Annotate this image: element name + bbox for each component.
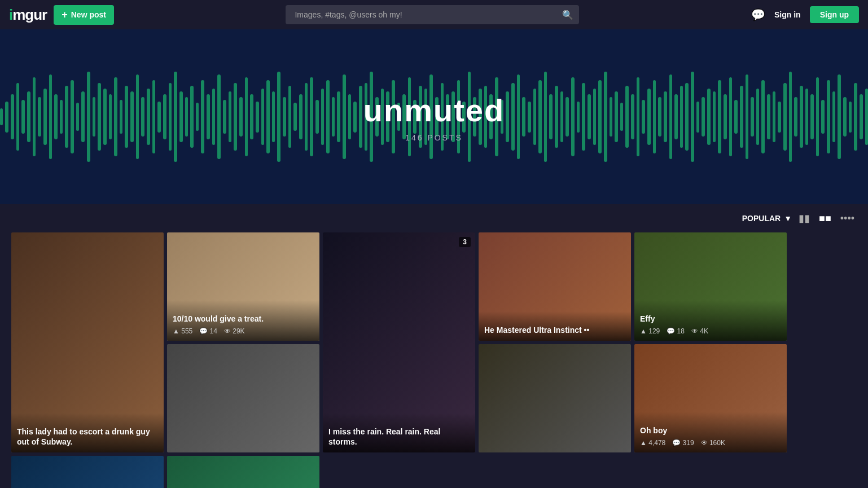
list-item[interactable]: He Mastered Ultra Instinct •• xyxy=(479,232,631,341)
new-post-button[interactable]: + New post xyxy=(54,5,114,25)
sign-in-button[interactable]: Sign in xyxy=(774,10,801,19)
logo[interactable]: imgur xyxy=(9,6,47,24)
list-item[interactable]: This lady had to escort a drunk guy out … xyxy=(11,232,164,452)
card-title: He Mastered Ultra Instinct •• xyxy=(484,325,625,335)
search-icon: 🔍 xyxy=(562,10,573,20)
card-overlay: He Mastered Ultra Instinct •• xyxy=(479,311,631,341)
list-item[interactable] xyxy=(11,456,164,488)
badge: 3 xyxy=(459,237,471,247)
card-overlay: I miss the rain. Real rain. Real storms. xyxy=(323,413,475,452)
search-button[interactable]: 🔍 xyxy=(562,10,573,20)
card-overlay: This lady had to escort a drunk guy out … xyxy=(11,413,164,452)
views-stat: 👁 160K xyxy=(701,439,725,447)
list-item[interactable]: Effy▲ 129💬 18👁 4K xyxy=(634,232,787,341)
popular-label: POPULAR xyxy=(742,214,781,223)
list-item[interactable] xyxy=(167,344,319,452)
views-stat: 👁 4K xyxy=(691,327,708,335)
grid-view-small-button[interactable]: •••• xyxy=(838,212,857,226)
comments-stat: 💬 18 xyxy=(667,327,685,335)
grid-view-large-button[interactable]: ▮▮ xyxy=(796,211,812,226)
popular-sort-button[interactable]: POPULAR ▼ xyxy=(742,214,792,223)
list-item[interactable] xyxy=(479,344,631,452)
list-item[interactable]: 10/10 would give a treat.▲ 555💬 14👁 29K xyxy=(167,232,319,341)
card-overlay: Effy▲ 129💬 18👁 4K xyxy=(634,300,787,341)
grid-view-medium-button[interactable]: ■■ xyxy=(817,212,834,226)
upvotes-stat: ▲ 555 xyxy=(173,327,192,335)
card-stats: ▲ 555💬 14👁 29K xyxy=(173,327,314,335)
list-item[interactable] xyxy=(167,456,319,488)
header: imgur + New post 🔍 💬 Sign in Sign up xyxy=(0,0,868,29)
new-post-label: New post xyxy=(71,10,106,19)
card-stats: ▲ 129💬 18👁 4K xyxy=(640,327,781,335)
card-title: Oh boy xyxy=(640,425,781,436)
controls-bar: POPULAR ▼ ▮▮ ■■ •••• xyxy=(0,204,868,232)
card-title: 10/10 would give a treat. xyxy=(173,314,314,324)
plus-icon: + xyxy=(62,9,68,21)
notification-icon[interactable]: 💬 xyxy=(751,8,765,21)
post-grid: This lady had to escort a drunk guy out … xyxy=(0,232,868,488)
hero-banner: unmuted 146 POSTS xyxy=(0,29,868,204)
list-item[interactable]: 3I miss the rain. Real rain. Real storms… xyxy=(323,232,475,452)
upvotes-stat: ▲ 129 xyxy=(640,327,660,335)
card-overlay: Oh boy▲ 4,478💬 319👁 160K xyxy=(634,412,787,452)
card-title: Effy xyxy=(640,314,781,324)
comments-stat: 💬 319 xyxy=(672,439,694,447)
card-title: I miss the rain. Real rain. Real storms. xyxy=(328,427,470,447)
list-item[interactable]: Oh boy▲ 4,478💬 319👁 160K xyxy=(634,344,787,452)
comments-stat: 💬 14 xyxy=(199,327,217,335)
upvotes-stat: ▲ 4,478 xyxy=(640,439,665,447)
sign-up-button[interactable]: Sign up xyxy=(810,6,859,23)
card-stats: ▲ 4,478💬 319👁 160K xyxy=(640,439,781,447)
hero-subtitle: 146 POSTS xyxy=(405,133,463,142)
hero-title: unmuted xyxy=(363,92,505,129)
search-bar: 🔍 xyxy=(286,5,579,24)
card-title: This lady had to escort a drunk guy out … xyxy=(17,427,158,447)
chevron-down-icon: ▼ xyxy=(784,214,792,223)
views-stat: 👁 29K xyxy=(224,327,245,335)
header-right: 💬 Sign in Sign up xyxy=(751,6,859,23)
card-overlay: 10/10 would give a treat.▲ 555💬 14👁 29K xyxy=(167,300,319,341)
search-input[interactable] xyxy=(286,5,579,24)
